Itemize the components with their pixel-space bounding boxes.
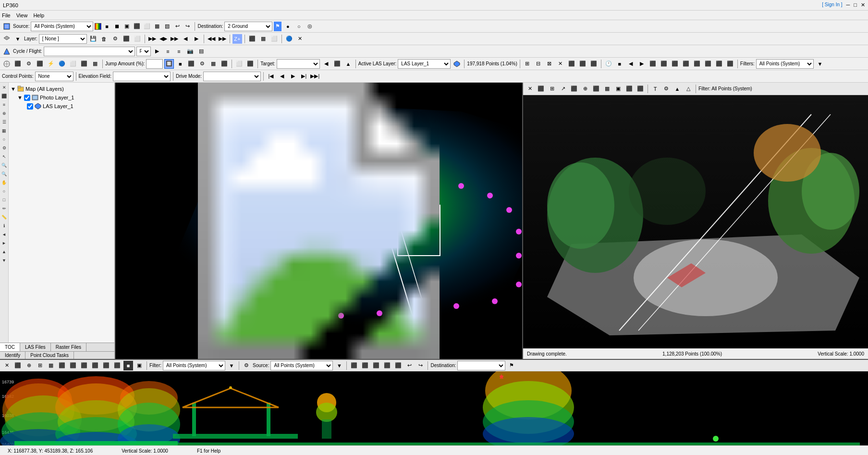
tb4-b7[interactable]: ⬜ xyxy=(234,59,244,69)
tb2-b13[interactable]: ▦ xyxy=(258,34,268,44)
destination-select[interactable]: 2 Ground xyxy=(224,22,272,31)
tb4-time[interactable]: 🕐 xyxy=(604,59,613,69)
rt-b6[interactable]: ⬛ xyxy=(591,84,601,94)
tool-1[interactable]: ⬛ xyxy=(0,92,8,100)
tool-rect[interactable]: □ xyxy=(0,196,8,204)
tb1-btn6[interactable]: ▦ xyxy=(152,22,162,31)
tab-identify[interactable]: Identify xyxy=(0,352,25,359)
tb4-las-icon[interactable] xyxy=(452,59,462,69)
tb4-icon9[interactable]: ▦ xyxy=(90,59,100,69)
tb3-b3[interactable]: ≡ xyxy=(174,47,184,56)
rt-b1[interactable]: ⬛ xyxy=(536,84,546,94)
bt-flag[interactable]: ⚑ xyxy=(507,361,516,370)
tb4-b13[interactable]: ◀ xyxy=(626,59,636,69)
tb4-b20[interactable]: ⬛ xyxy=(703,59,713,69)
tb2-b2[interactable]: ⬛ xyxy=(122,34,131,44)
menu-file[interactable]: File xyxy=(2,12,11,18)
bt-filter-select[interactable]: All Points (System) xyxy=(163,361,225,370)
tb4-filter-icon[interactable]: ▼ xyxy=(815,59,825,69)
tb1-dot3[interactable]: ◎ xyxy=(305,22,315,31)
drive-mode-select[interactable] xyxy=(203,72,261,81)
tb4-b4[interactable]: ⚙ xyxy=(197,59,207,69)
right-3d-viewport[interactable] xyxy=(523,95,868,348)
tool-zoom-out[interactable]: 🔍 xyxy=(0,170,8,178)
rt-b13[interactable]: ▲ xyxy=(672,84,682,94)
jump-amount-input[interactable] xyxy=(146,59,163,69)
toolbar-icon-1[interactable] xyxy=(2,22,12,31)
drive-prev-btn[interactable]: ◀ xyxy=(277,72,287,81)
bt-b15[interactable]: ⬛ xyxy=(371,361,381,370)
bt-b2[interactable]: ⊕ xyxy=(24,361,34,370)
rt-close[interactable]: ✕ xyxy=(525,84,535,94)
tb4-icon4[interactable]: ⬛ xyxy=(35,59,45,69)
center-viewport[interactable] xyxy=(115,83,522,359)
elevation-field-select[interactable] xyxy=(113,72,171,81)
tb4-grid1[interactable]: ⊞ xyxy=(523,59,532,69)
tb4-icon6[interactable]: 🔵 xyxy=(57,59,67,69)
tb2-del[interactable]: 🗑 xyxy=(99,34,109,44)
drive-next-btn[interactable]: ▶| xyxy=(299,72,309,81)
tb4-icon3[interactable]: ⚙ xyxy=(24,59,34,69)
tb4-b3[interactable]: ⬛ xyxy=(186,59,196,69)
rt-b10[interactable]: ⬛ xyxy=(636,84,645,94)
bt-source-arrow[interactable]: ▼ xyxy=(334,361,344,370)
tool-close[interactable]: ✕ xyxy=(0,84,8,91)
bt-b10[interactable]: ⬛ xyxy=(112,361,122,370)
bt-b1[interactable]: ⬛ xyxy=(13,361,23,370)
tb4-b9[interactable]: ◀ xyxy=(321,59,331,69)
rt-b11[interactable]: T xyxy=(650,84,660,94)
tree-root[interactable]: ▼ Map (All Layers) xyxy=(11,85,112,93)
tb2-b15[interactable]: 🔵 xyxy=(284,34,294,44)
tb2-save[interactable]: 💾 xyxy=(88,34,98,44)
drive-play-btn[interactable]: ▶ xyxy=(288,72,298,81)
rt-b3[interactable]: ↗ xyxy=(558,84,568,94)
tb3-icon1[interactable] xyxy=(2,47,12,56)
bt-b6[interactable]: ⬛ xyxy=(68,361,78,370)
tb1-btn9[interactable]: ↪ xyxy=(183,22,192,31)
bt-b8[interactable]: ⬛ xyxy=(90,361,100,370)
tree-las-check[interactable] xyxy=(27,103,33,110)
tree-photo-layer[interactable]: ▼ Photo Layer_1 xyxy=(11,93,112,102)
bt-b3[interactable]: ⊞ xyxy=(35,361,45,370)
tb4-grid3[interactable]: ⊠ xyxy=(545,59,554,69)
bt-b9[interactable]: ⬛ xyxy=(101,361,111,370)
bt-b5[interactable]: ⬛ xyxy=(57,361,67,370)
tool-right[interactable]: ► xyxy=(0,239,8,247)
target-select[interactable] xyxy=(277,59,320,69)
tb4-grid2[interactable]: ⊟ xyxy=(534,59,543,69)
tb2-b4[interactable]: ▶▶ xyxy=(147,34,157,44)
bt-filter-arrow[interactable]: ▼ xyxy=(227,361,236,370)
bt-b7[interactable]: ⬛ xyxy=(79,361,89,370)
tb4-b8[interactable]: ⬛ xyxy=(245,59,255,69)
tool-pan[interactable]: ✋ xyxy=(0,179,8,186)
tb4-b11[interactable]: ▲ xyxy=(343,59,353,69)
tb2-b10[interactable]: ▶▶ xyxy=(218,34,227,44)
tb3-b1[interactable]: ▶ xyxy=(152,47,162,56)
tb2-b9[interactable]: ◀◀ xyxy=(207,34,216,44)
tool-7[interactable]: ⚙ xyxy=(0,144,8,152)
cycle-select[interactable] xyxy=(44,47,135,56)
tb4-b17[interactable]: ⬛ xyxy=(670,59,680,69)
tb4-b1[interactable]: 🔲 xyxy=(164,59,174,69)
layer-icon[interactable] xyxy=(2,34,12,44)
bt-b18[interactable]: ↩ xyxy=(404,361,414,370)
tool-circle[interactable]: ○ xyxy=(0,187,8,195)
drive-first-btn[interactable]: |◀ xyxy=(266,72,276,81)
tb4-b14[interactable]: ▶ xyxy=(637,59,647,69)
tb4-icon8[interactable]: ⬛ xyxy=(79,59,89,69)
rt-b12[interactable]: ⚙ xyxy=(661,84,671,94)
tool-measure[interactable]: 📏 xyxy=(0,213,8,221)
tb2-b16[interactable]: ✕ xyxy=(295,34,305,44)
tool-info[interactable]: ℹ xyxy=(0,222,8,230)
tool-zoom-in[interactable]: 🔍 xyxy=(0,161,8,169)
bt-close[interactable]: ✕ xyxy=(2,361,12,370)
filters-select[interactable]: All Points (System) xyxy=(756,59,814,69)
tb2-b6[interactable]: ▶▶ xyxy=(170,34,179,44)
tb2-b8[interactable]: ▶ xyxy=(192,34,201,44)
menu-view[interactable]: View xyxy=(16,12,28,18)
sign-in-link[interactable]: [ Sign In ] xyxy=(822,2,842,8)
tb1-btn2[interactable]: ◼ xyxy=(112,22,122,31)
bt-b16[interactable]: ⬛ xyxy=(382,361,392,370)
window-minimize-btn[interactable]: ─ xyxy=(846,2,850,8)
tb2-b11[interactable]: Z+ xyxy=(232,34,242,44)
